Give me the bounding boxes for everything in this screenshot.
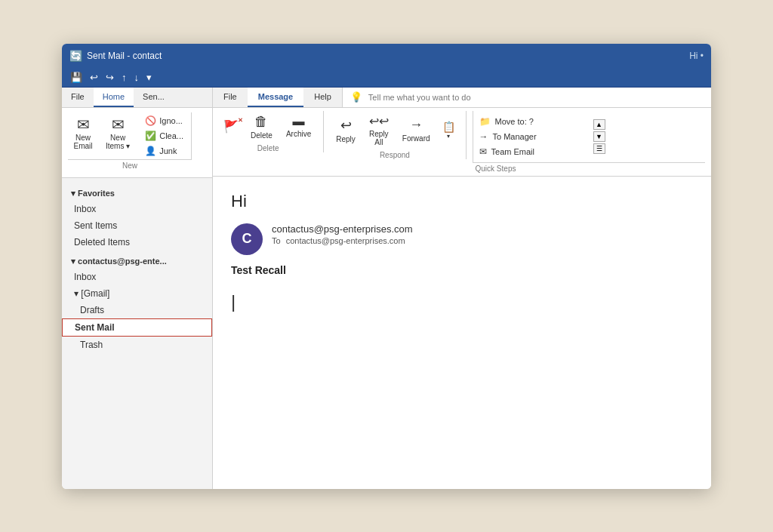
quick-steps-label: Quick Steps [473, 162, 705, 173]
more-respond-icon: 📋 [442, 121, 455, 133]
ignore-button[interactable]: 🚫 Igno... [142, 114, 186, 128]
quick-access-toolbar: 💾 ↩ ↪ ↑ ↓ ▾ [62, 68, 711, 88]
qs-move-to[interactable]: 📁 Move to: ? [479, 114, 587, 129]
archive-label: Archive [286, 130, 311, 138]
title-bar-title: Sent Mail - contact [87, 51, 162, 61]
sidebar-ribbon-content: ✉ NewEmail ✉ NewItems ▾ 🚫 [62, 108, 212, 177]
qs-team-email[interactable]: ✉ Team Email [479, 144, 587, 159]
more-respond-arrow: ▾ [447, 133, 450, 140]
qs-to-manager[interactable]: → To Manager [479, 129, 587, 144]
email-sender: contactus@psg-enterprises.com [272, 223, 693, 235]
reply-icon: ↩ [340, 117, 352, 134]
qs-arrow-down[interactable]: ▼ [593, 131, 605, 142]
clean-label: Clea... [159, 131, 183, 140]
nav-deleted-favorites[interactable]: Deleted Items [62, 234, 212, 251]
save-qa-btn[interactable]: 💾 [68, 70, 85, 85]
to-manager-icon: → [479, 131, 488, 142]
new-email-label: NewEmail [73, 134, 92, 150]
team-email-icon: ✉ [479, 146, 487, 157]
redo-qa-btn[interactable]: ↪ [103, 70, 116, 85]
tab-file[interactable]: File [62, 88, 94, 107]
tab-home[interactable]: Home [94, 88, 134, 107]
junk-icon: 👤 [145, 146, 156, 156]
email-subject: Test Recall [231, 264, 693, 276]
msg-tab-help[interactable]: Help [303, 88, 342, 107]
new-email-icon: ✉ [77, 115, 90, 134]
delete-label: Delete [251, 131, 273, 140]
folder-icon: 📁 [479, 116, 491, 127]
down-qa-btn[interactable]: ↓ [132, 70, 142, 85]
clean-icon: ✅ [145, 131, 156, 141]
new-items-button[interactable]: ✉ NewItems ▾ [101, 112, 134, 159]
title-bar-left: 🔄 Sent Mail - contact [69, 50, 162, 62]
email-meta: C contactus@psg-enterprises.com To conta… [231, 223, 693, 255]
sidebar-nav: ▾ Favorites Inbox Sent Items Deleted Ite… [62, 178, 212, 489]
favorites-section: ▾ Favorites [62, 184, 212, 201]
reply-all-label: ReplyAll [369, 130, 389, 146]
reply-button[interactable]: ↩ Reply [330, 114, 362, 146]
nav-drafts[interactable]: Drafts [62, 302, 212, 318]
msg-tab-message[interactable]: Message [248, 88, 303, 107]
nav-sent-favorites[interactable]: Sent Items [62, 217, 212, 234]
tell-me-bar: 💡 [342, 88, 711, 107]
message-ribbon-tabs: File Message Help 💡 [213, 88, 711, 108]
nav-inbox-account[interactable]: Inbox [62, 269, 212, 285]
account-section: ▾ contactus@psg-ente... [62, 251, 212, 269]
new-items-label: NewItems ▾ [106, 134, 130, 150]
reply-all-icon: ↩↩ [369, 114, 389, 128]
nav-inbox-favorites[interactable]: Inbox [62, 201, 212, 217]
delete-group: 🚩 ✕ 🗑 Delete ▬ Archive [219, 111, 324, 152]
main-area: File Home Sen... ✉ NewEmail ✉ [62, 88, 711, 489]
up-qa-btn[interactable]: ↑ [119, 70, 129, 85]
email-content: Hi C contactus@psg-enterprises.com To co… [213, 177, 711, 489]
quick-steps-arrows: ▲ ▼ ☰ [593, 111, 605, 162]
cursor-indicator: | [231, 291, 693, 312]
flag-icon: 🚩 [223, 119, 239, 134]
archive-icon: ▬ [293, 115, 305, 128]
clean-button[interactable]: ✅ Clea... [142, 129, 186, 143]
x-overlay: ✕ [238, 117, 243, 124]
reply-all-button[interactable]: ↩↩ ReplyAll [363, 111, 395, 149]
to-label: To [272, 236, 281, 245]
forward-icon: → [409, 117, 423, 133]
archive-button[interactable]: ▬ Archive [280, 112, 317, 141]
title-bar: 🔄 Sent Mail - contact Hi • [62, 44, 711, 68]
nav-trash[interactable]: Trash [62, 337, 212, 353]
outlook-icon: 🔄 [69, 50, 82, 62]
qs-move-label: Move to: ? [495, 117, 534, 126]
new-email-button[interactable]: ✉ NewEmail [68, 112, 98, 159]
nav-gmail-folder[interactable]: ▾ [Gmail] [62, 285, 212, 302]
msg-tab-file[interactable]: File [213, 88, 248, 107]
forward-label: Forward [402, 134, 430, 143]
forward-button[interactable]: → Forward [396, 114, 436, 146]
to-address: contactus@psg-enterprises.com [286, 236, 405, 245]
respond-group-btns: ↩ Reply ↩↩ ReplyAll → Forward [330, 111, 459, 149]
email-to: To contactus@psg-enterprises.com [272, 236, 693, 245]
lightbulb-icon: 💡 [350, 91, 362, 103]
quick-steps-group: 📁 Move to: ? → To Manager ✉ Team Email [473, 111, 705, 173]
ignore-clean-junk-group: 🚫 Igno... ✅ Clea... 👤 Junk [137, 112, 192, 159]
delete-button[interactable]: 🗑 Delete [245, 111, 279, 143]
tell-me-input[interactable] [368, 93, 704, 102]
sidebar-ribbon: File Home Sen... ✉ NewEmail ✉ [62, 88, 212, 178]
tab-send[interactable]: Sen... [134, 88, 174, 107]
more-qa-btn[interactable]: ▾ [144, 70, 154, 85]
delete-group-label: Delete [219, 143, 317, 152]
right-panel: File Message Help 💡 [213, 88, 711, 489]
undo-qa-btn[interactable]: ↩ [88, 70, 100, 85]
junk-button[interactable]: 👤 Junk [142, 144, 186, 158]
new-group-label: New [68, 159, 192, 173]
qs-arrow-up[interactable]: ▲ [593, 119, 605, 130]
qs-team-label: Team Email [491, 147, 534, 156]
message-ribbon: File Message Help 💡 [213, 88, 711, 177]
more-respond-button[interactable]: 📋 ▾ [438, 118, 460, 142]
ignore-icon: 🚫 [145, 115, 156, 126]
qs-manager-label: To Manager [493, 132, 537, 141]
title-bar-right: Hi • [689, 51, 704, 61]
respond-group: ↩ Reply ↩↩ ReplyAll → Forward [330, 111, 466, 159]
quick-steps-list: 📁 Move to: ? → To Manager ✉ Team Email [473, 111, 593, 162]
delete-icon: 🗑 [254, 114, 268, 130]
qs-arrow-expand[interactable]: ☰ [593, 143, 605, 154]
flag-button[interactable]: 🚩 ✕ [219, 117, 243, 136]
nav-sent-mail[interactable]: Sent Mail [62, 318, 212, 337]
